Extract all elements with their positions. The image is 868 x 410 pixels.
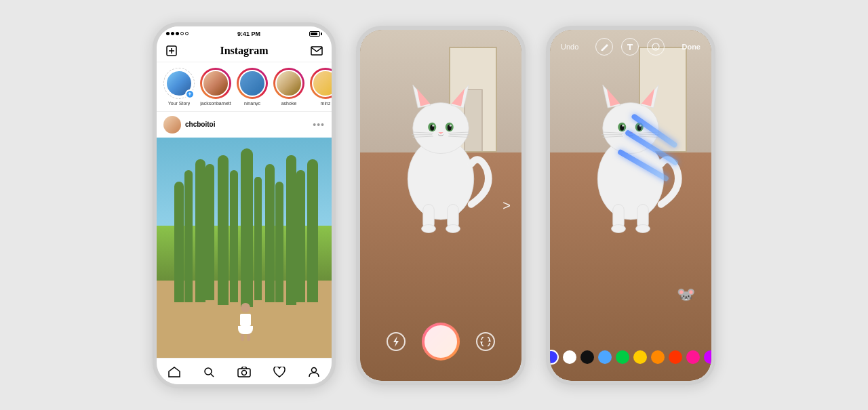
phone-1: 9:41 PM Instagram — [153, 22, 336, 388]
bottom-nav — [157, 358, 332, 384]
camera-screen-2: > — [360, 30, 521, 381]
svg-marker-32 — [393, 336, 399, 347]
add-post-button[interactable] — [165, 44, 178, 58]
color-green[interactable] — [616, 350, 629, 364]
cactus-8 — [254, 177, 262, 300]
svg-point-58 — [652, 43, 659, 50]
signal-dot-4 — [180, 32, 184, 35]
story-jacksonbarnett[interactable]: jacksonbarnett — [200, 68, 231, 106]
battery-body — [309, 31, 320, 37]
story-ashoke[interactable]: ashoke — [273, 68, 304, 106]
status-bar: 9:41 PM — [157, 26, 332, 40]
figure — [235, 303, 256, 340]
signal-dot-3 — [176, 32, 179, 35]
svg-point-45 — [622, 125, 624, 127]
story-ninanyc[interactable]: ninanyc — [237, 68, 268, 106]
post-image — [157, 138, 332, 358]
svg-point-10 — [413, 103, 469, 154]
status-time: 9:41 PM — [237, 30, 260, 37]
signal-dot-5 — [185, 32, 189, 35]
svg-point-31 — [446, 225, 460, 233]
shutter-button[interactable] — [422, 323, 460, 361]
add-story-button[interactable]: + — [185, 89, 195, 99]
drawing-header: Undo Done — [550, 38, 711, 56]
post-user-avatar — [163, 116, 181, 134]
shutter-inner — [425, 325, 457, 358]
battery-icon — [309, 31, 322, 37]
flip-camera-button[interactable] — [476, 332, 495, 351]
cactus-11 — [286, 155, 296, 305]
story-label-2: ninanyc — [244, 101, 260, 106]
draw-sticker-icon[interactable] — [647, 38, 665, 56]
nav-heart[interactable] — [271, 364, 288, 380]
phone-1-screen: 9:41 PM Instagram — [157, 26, 332, 384]
stories-row: + Your Story jacksonbarnett ninanyc — [157, 62, 332, 112]
story-ring-3 — [273, 68, 304, 99]
cactus-13 — [307, 159, 318, 302]
color-white[interactable] — [563, 350, 576, 364]
story-avatar-1 — [202, 70, 229, 97]
post-more-button[interactable]: ••• — [313, 119, 325, 130]
story-ring-4 — [310, 68, 332, 99]
nav-home[interactable] — [166, 364, 182, 380]
undo-button[interactable]: Undo — [561, 43, 578, 51]
svg-point-8 — [312, 367, 317, 372]
flash-button[interactable] — [387, 332, 406, 351]
svg-line-5 — [211, 374, 214, 377]
svg-marker-33 — [488, 339, 491, 342]
cactus-2 — [184, 170, 193, 302]
camera-controls — [360, 323, 521, 361]
story-ring-1 — [200, 68, 231, 99]
phone-2: > — [356, 26, 526, 385]
svg-point-56 — [612, 225, 626, 233]
svg-rect-3 — [311, 47, 322, 55]
cactus-10 — [275, 182, 283, 303]
svg-point-4 — [205, 368, 212, 375]
battery-fill — [311, 33, 317, 35]
color-black[interactable] — [580, 350, 594, 364]
your-story-label: Your Story — [168, 101, 190, 106]
svg-point-19 — [432, 125, 434, 127]
color-pink[interactable] — [686, 350, 700, 364]
color-blue[interactable] — [550, 350, 559, 365]
nav-search[interactable] — [201, 364, 217, 380]
cat-svg — [373, 47, 509, 250]
nav-camera[interactable] — [236, 364, 252, 380]
svg-point-7 — [241, 370, 246, 375]
cactus-7 — [241, 148, 253, 307]
draw-text-icon[interactable] — [621, 38, 639, 56]
done-button[interactable]: Done — [682, 43, 701, 51]
nav-profile[interactable] — [306, 364, 322, 380]
cactus-12 — [296, 170, 305, 302]
story-avatar-2 — [239, 70, 266, 97]
phone-3: 🐭 Undo Done — [546, 26, 715, 385]
story-label-3: ashoke — [281, 101, 297, 106]
story-avatar-4 — [312, 70, 332, 97]
chevron-right-icon[interactable]: > — [502, 197, 511, 213]
camera-screen-3: 🐭 Undo Done — [550, 30, 711, 381]
instagram-header: Instagram — [157, 40, 332, 62]
story-minz[interactable]: minz — [310, 68, 332, 106]
cat-svg-3 — [563, 47, 698, 250]
color-yellow[interactable] — [633, 350, 647, 364]
color-purple[interactable] — [704, 350, 711, 364]
color-palette — [550, 350, 711, 365]
story-label-1: jacksonbarnett — [200, 101, 231, 106]
app-title: Instagram — [220, 45, 268, 57]
signal-dots — [166, 32, 189, 35]
color-orange[interactable] — [651, 350, 665, 364]
svg-point-30 — [422, 225, 436, 233]
inbox-button[interactable] — [310, 44, 323, 58]
draw-pen-icon[interactable] — [595, 38, 613, 56]
post-user[interactable]: chcboitoi — [163, 116, 215, 134]
post-username: chcboitoi — [185, 121, 215, 128]
cactus-1 — [174, 182, 184, 303]
cactus-4 — [205, 164, 214, 301]
color-light-blue[interactable] — [598, 350, 612, 364]
story-your-story[interactable]: + Your Story — [163, 68, 195, 106]
cactus-3 — [195, 159, 205, 302]
svg-point-57 — [636, 225, 650, 233]
cactus-scene — [157, 138, 332, 358]
color-red[interactable] — [669, 350, 682, 364]
mouse-sticker: 🐭 — [677, 286, 695, 304]
